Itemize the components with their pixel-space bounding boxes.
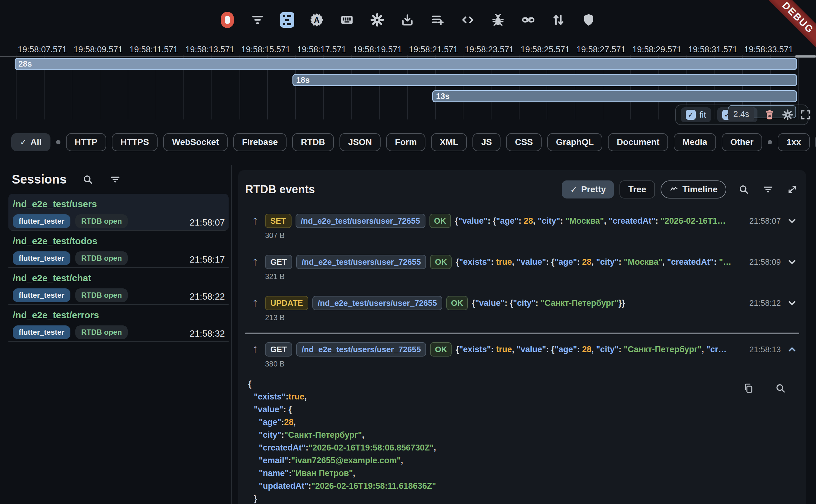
json-token: "2026-02-16T19:58:11.618636Z" (311, 481, 436, 491)
filter-chip-rtdb[interactable]: RTDB (292, 133, 334, 151)
horizontal-scrollbar[interactable] (245, 333, 799, 334)
record-button[interactable] (220, 11, 235, 29)
event-row[interactable]: ↑ GET /nd_e2e_test/users/user_72655 OK {… (245, 342, 799, 368)
event-row[interactable]: ↑ GET /nd_e2e_test/users/user_72655 OK {… (245, 255, 799, 281)
filter-chip-label: JS (481, 137, 492, 147)
filter-chip-xml[interactable]: XML (431, 133, 467, 151)
link-icon[interactable] (520, 11, 536, 29)
payload-preview: {"value": {"city": "Санкт-Петербург"}} (472, 298, 743, 308)
upload-arrow-icon: ↑ (245, 214, 265, 240)
session-item[interactable]: /nd_e2e_test/errors flutter_tester RTDB … (8, 305, 229, 342)
json-token: "city" (596, 345, 619, 354)
view-pretty-button[interactable]: ✓ Pretty (562, 180, 614, 198)
app-badge: flutter_tester (13, 251, 70, 265)
json-token: { (456, 257, 459, 267)
json-token: "updatedAt" (259, 481, 308, 491)
events-title: RTDB events (245, 183, 315, 196)
filter-chip-label: CSS (515, 137, 533, 147)
timeline-span-bar[interactable]: 18s (293, 74, 797, 86)
filter-chip-css[interactable]: CSS (506, 133, 542, 151)
letter-a-seal-icon[interactable]: A (309, 11, 325, 29)
json-token: "name" (259, 469, 289, 478)
json-token: "Москва" (624, 257, 663, 267)
filter-chip-all[interactable]: ✓ All (11, 133, 50, 151)
timeline-tick-label: 19:58:31.571 (688, 45, 748, 54)
session-item[interactable]: /nd_e2e_test/chat flutter_tester RTDB op… (8, 268, 229, 305)
json-token: { (472, 298, 475, 308)
filter-chip-firebase[interactable]: Firebase (233, 133, 287, 151)
settings-icon[interactable] (369, 11, 385, 29)
payload-preview: {"value": {"age": 28, "city": "Москва", … (455, 216, 743, 226)
fullscreen-icon[interactable] (800, 108, 812, 122)
copy-icon[interactable] (743, 382, 755, 394)
shield-icon[interactable] (581, 11, 596, 29)
status-badge: OK (429, 214, 451, 228)
json-token: : (577, 345, 582, 354)
rtdb-status-badge: RTDB open (75, 251, 128, 265)
timeline-span-bar[interactable]: 28s (15, 58, 797, 70)
json-token: "age" (496, 216, 518, 226)
view-tree-button[interactable]: Tree (620, 180, 655, 198)
json-line: "updatedAt": "2026-02-16T19:58:11.618636… (248, 480, 799, 492)
search-icon[interactable] (737, 183, 751, 196)
fit-toggle[interactable]: ✓ fit (681, 107, 711, 122)
chevron-down-icon[interactable] (785, 298, 799, 308)
playlist-add-icon[interactable] (430, 11, 445, 29)
bug-icon[interactable] (490, 11, 506, 29)
filter-chip-json[interactable]: JSON (340, 133, 381, 151)
chevron-down-icon[interactable] (785, 216, 799, 226)
swap-vertical-icon[interactable] (551, 11, 566, 29)
session-time: 21:58:17 (190, 254, 225, 265)
filter-chip-form[interactable]: Form (386, 133, 425, 151)
download-icon[interactable] (400, 11, 415, 29)
filter-chip-label: All (30, 137, 42, 147)
json-token: "age" (554, 257, 577, 267)
chevron-down-icon[interactable] (785, 257, 799, 267)
json-token: "… (719, 257, 731, 267)
json-token: "exists" (254, 392, 286, 402)
filter-chip-graphql[interactable]: GraphQL (547, 133, 602, 151)
keyboard-icon[interactable] (339, 11, 355, 29)
filter-chip-http[interactable]: HTTP (66, 133, 106, 151)
search-icon[interactable] (774, 382, 787, 394)
json-token: , (304, 392, 307, 402)
filter-icon[interactable] (250, 11, 265, 29)
json-token: true (289, 392, 304, 402)
session-item[interactable]: /nd_e2e_test/users flutter_tester RTDB o… (8, 194, 229, 231)
timeline-tick-label: 19:58:23.571 (465, 45, 524, 54)
expand-icon[interactable] (786, 183, 799, 196)
filter-icon[interactable] (761, 183, 775, 196)
json-token: : { (546, 345, 554, 354)
session-item[interactable]: /nd_e2e_test/todos flutter_tester RTDB o… (8, 231, 229, 268)
checkbox-checked-icon[interactable]: ✓ (686, 110, 696, 120)
event-row[interactable]: ↑ UPDATE /nd_e2e_test/users/user_72655 O… (245, 296, 799, 322)
json-line: } (248, 492, 799, 504)
filter-chip-other[interactable]: Other (722, 133, 762, 151)
filter-chip-https[interactable]: HTTPS (112, 133, 158, 151)
filter-chip-js[interactable]: JS (472, 133, 500, 151)
json-token: "ivan72655@example.com" (291, 456, 401, 465)
json-token: : { (546, 257, 554, 267)
json-token: : (289, 469, 292, 478)
view-timeline-button[interactable]: Timeline (661, 180, 726, 198)
search-icon[interactable] (82, 173, 94, 186)
timeline-tick-label: 19:58:27.571 (576, 45, 636, 54)
filter-chip-websocket[interactable]: WebSocket (163, 133, 228, 151)
timeline-tick-label: 19:58:07.571 (18, 45, 77, 54)
code-icon[interactable] (460, 11, 476, 29)
json-token: "city" (513, 298, 535, 308)
filter-chip-document[interactable]: Document (608, 133, 668, 151)
filter-chip-media[interactable]: Media (674, 133, 716, 151)
timeline-span-bar[interactable]: 13s (432, 90, 797, 102)
event-main: SET /nd_e2e_test/users/user_72655 OK {"v… (265, 214, 799, 240)
chevron-up-icon[interactable] (785, 344, 799, 355)
filter-chip-label: Form (395, 137, 417, 147)
method-badge: SET (265, 214, 292, 228)
filter-icon[interactable] (109, 173, 121, 186)
svg-text:A: A (314, 16, 320, 24)
event-row[interactable]: ↑ SET /nd_e2e_test/users/user_72655 OK {… (245, 214, 799, 240)
filter-chip-1xx[interactable]: 1xx (778, 133, 810, 151)
event-size: 307 B (265, 231, 799, 240)
log-list-icon[interactable] (280, 12, 294, 28)
timeline-scroll-thumb[interactable] (795, 55, 816, 58)
